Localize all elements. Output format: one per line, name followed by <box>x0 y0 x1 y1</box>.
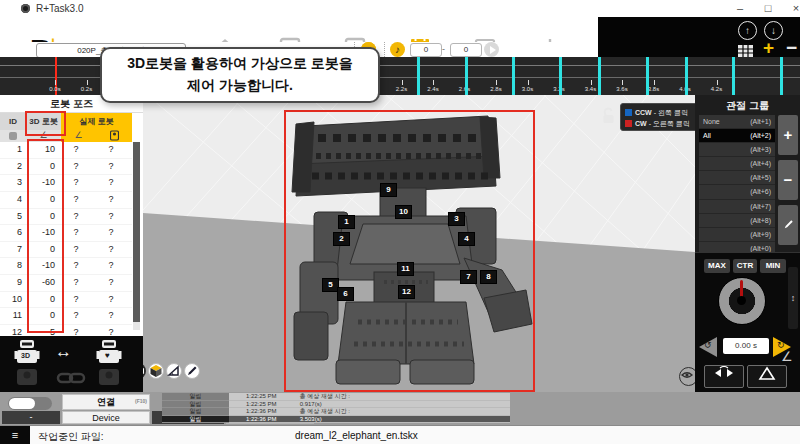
pose-table-scrollbar[interactable] <box>133 142 140 330</box>
ccw-desc: - 왼쪽 클릭 <box>654 108 688 118</box>
pose-table-row[interactable]: 50?? <box>0 209 132 226</box>
frame-end-input[interactable]: 0 <box>450 43 482 57</box>
pose-table-row[interactable]: 100?? <box>0 292 132 309</box>
real-torque-value[interactable]: ? <box>94 292 128 308</box>
real-torque-value[interactable]: ? <box>94 275 128 291</box>
add-frame-button[interactable]: + <box>763 37 774 59</box>
real-torque-value[interactable]: ? <box>94 242 128 258</box>
id[interactable]: 2 <box>0 159 22 175</box>
joint-group-item[interactable]: (Alt+3) <box>699 143 775 157</box>
real-torque-value[interactable]: ? <box>94 258 128 274</box>
keyframe-marker[interactable] <box>465 57 468 95</box>
id[interactable]: 10 <box>0 292 22 308</box>
pose-table-row[interactable]: 70?? <box>0 242 132 259</box>
keyframe-marker[interactable] <box>646 57 649 95</box>
maximize-button[interactable]: □ <box>755 1 781 16</box>
pose-table-row[interactable]: 110?? <box>0 142 132 159</box>
pose-table-row[interactable]: 9-60?? <box>0 275 132 292</box>
ccw-icon: ↺ <box>704 340 712 350</box>
log-row[interactable]: 알림1:22:25 PM총 예상 재생 시간 : <box>162 393 510 401</box>
pose-table-row[interactable]: 20?? <box>0 159 132 176</box>
real-torque-value[interactable]: ? <box>94 142 128 158</box>
ctr-button[interactable]: CTR <box>733 259 757 273</box>
scrollbar-thumb[interactable] <box>133 142 140 322</box>
mirror-pose-button[interactable] <box>704 365 744 388</box>
id[interactable]: 5 <box>0 209 22 225</box>
close-button[interactable]: × <box>783 1 800 16</box>
joint-group-item[interactable]: (Alt+4) <box>699 157 775 171</box>
keyframe-marker[interactable] <box>780 57 783 95</box>
joint-group-item[interactable]: (Alt+5) <box>699 171 775 185</box>
camera-view-button[interactable] <box>143 363 146 379</box>
connection-toggle[interactable] <box>8 397 52 410</box>
id[interactable]: 4 <box>0 192 22 208</box>
remove-frame-button[interactable]: − <box>786 37 797 59</box>
angle-knob[interactable] <box>718 277 766 325</box>
joint-group-item[interactable]: All(Alt+2) <box>699 129 775 143</box>
protractor-button[interactable] <box>166 363 182 379</box>
zoom-slider[interactable]: ↕ <box>788 267 798 329</box>
real-torque-value[interactable]: ? <box>94 225 128 241</box>
joint-group-item[interactable]: None(Alt+1) <box>699 115 775 129</box>
pose-table-row[interactable]: 8-10?? <box>0 258 132 275</box>
ccw-color-swatch <box>625 109 632 116</box>
max-button[interactable]: MAX <box>704 259 730 273</box>
log-time: 1:22:36 PM <box>229 416 294 424</box>
minimize-button[interactable]: – <box>727 1 753 16</box>
joint-group-item[interactable]: (Alt+8) <box>699 214 775 228</box>
keyframe-marker[interactable] <box>417 57 420 95</box>
joint-group-item[interactable]: (Alt+9) <box>699 228 775 242</box>
id[interactable]: 8 <box>0 258 22 274</box>
real-torque-value[interactable]: ? <box>94 192 128 208</box>
min-button[interactable]: MIN <box>760 259 786 273</box>
edit-group-button[interactable] <box>778 205 798 245</box>
pose-table-row[interactable]: 110?? <box>0 308 132 325</box>
keyframe-marker[interactable] <box>732 57 735 95</box>
music-note-button[interactable]: ♪ <box>390 42 405 57</box>
real-torque-value[interactable]: ? <box>94 308 128 324</box>
servo-icon <box>110 130 119 142</box>
pose-table-row[interactable]: 6-10?? <box>0 225 132 242</box>
real-torque-value[interactable]: ? <box>94 209 128 225</box>
pose-table-row[interactable]: 40?? <box>0 192 132 209</box>
keyframe-marker[interactable] <box>559 57 562 95</box>
angle-tool-icon[interactable]: ∠ <box>781 349 793 364</box>
device-label: Device <box>62 411 150 424</box>
joint-group-item[interactable]: (Alt+7) <box>699 200 775 214</box>
real-torque-value[interactable]: ? <box>94 159 128 175</box>
pen-button[interactable] <box>184 363 200 379</box>
joint-group-item[interactable]: (Alt+6) <box>699 185 775 199</box>
id[interactable]: 7 <box>0 242 22 258</box>
visibility-button[interactable] <box>679 367 695 386</box>
lock-open-icon[interactable] <box>601 107 616 129</box>
add-group-button[interactable]: + <box>778 115 798 155</box>
remove-group-button[interactable]: − <box>778 160 798 200</box>
robot-3d-icon[interactable]: 3D <box>14 339 40 370</box>
id[interactable]: 1 <box>0 142 22 158</box>
prism-pose-button[interactable] <box>747 365 787 388</box>
pose-table-row[interactable]: 3-10?? <box>0 175 132 192</box>
menu-icon[interactable]: ≡ <box>0 426 30 444</box>
upload-circle-button[interactable]: ↑ <box>738 21 757 40</box>
frame-grid-icon[interactable] <box>738 43 753 55</box>
play-button[interactable] <box>484 42 499 57</box>
keyframe-marker[interactable] <box>512 57 515 95</box>
id[interactable]: 9 <box>0 275 22 291</box>
robot-real-icon[interactable]: ♥ <box>96 339 122 370</box>
frame-start-input[interactable]: 0 <box>410 43 442 57</box>
keyframe-marker[interactable] <box>685 57 688 95</box>
timeline-tick-label: 0.0s <box>40 86 70 92</box>
log-row[interactable]: 알림1:22:36 PM3.503(s) <box>162 416 510 424</box>
log-row[interactable]: 알림1:22:36 PM총 예상 재생 시간 : <box>162 408 510 416</box>
id[interactable]: 11 <box>0 308 22 324</box>
cube-3d-button[interactable] <box>148 363 164 379</box>
id[interactable]: 6 <box>0 225 22 241</box>
id[interactable]: 3 <box>0 175 22 191</box>
connect-button[interactable]: 연결 (F10) <box>62 394 150 410</box>
sync-mode-panel: 3D ↔ ♥ <box>0 336 143 392</box>
keyframe-marker[interactable] <box>598 57 601 95</box>
time-value-input[interactable]: 0.00 s <box>723 338 769 354</box>
log-row[interactable]: 알림1:22:25 PM0.917(s) <box>162 401 510 409</box>
pose-table-body: 110??20??3-10??40??50??6-10??70??8-10??9… <box>0 142 132 330</box>
real-torque-value[interactable]: ? <box>94 175 128 191</box>
